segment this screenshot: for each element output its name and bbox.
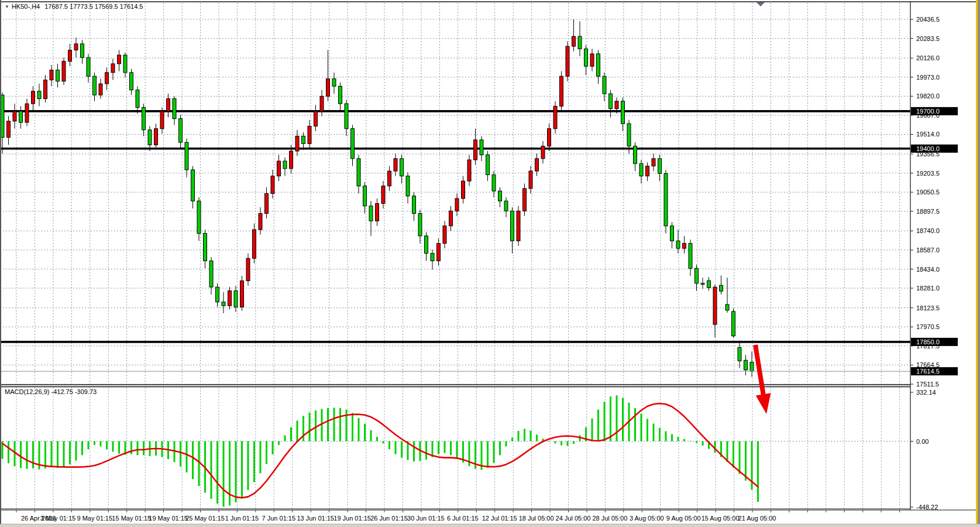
price-axis-label: 18434.0 — [916, 266, 940, 273]
candlestick — [381, 186, 385, 204]
macd-name-label: MACD(12,26,9) — [5, 388, 49, 395]
time-axis-label[interactable]: 12 Jul 01:15 — [482, 515, 517, 522]
time-axis-label[interactable]: 3 Aug 05:00 — [630, 515, 664, 522]
candlestick — [167, 99, 170, 111]
time-axis-label[interactable]: 25 May 01:15 — [185, 515, 225, 522]
candlestick — [87, 57, 90, 76]
time-axis-label[interactable]: 9 May 01:15 — [77, 515, 113, 522]
candlestick — [713, 287, 717, 324]
candlestick — [584, 49, 588, 66]
candlestick — [376, 203, 379, 221]
candlestick — [160, 111, 164, 129]
candlestick — [615, 101, 618, 109]
candlestick — [314, 111, 318, 126]
candlestick — [369, 206, 373, 221]
candlestick — [136, 90, 139, 108]
time-axis-label[interactable]: 15 Aug 05:00 — [702, 515, 740, 522]
candlestick — [240, 281, 244, 307]
time-axis-label[interactable]: 30 Jun 01:15 — [407, 515, 445, 522]
candlestick — [425, 236, 428, 254]
price-axis-label: 20436.5 — [916, 16, 940, 23]
candlestick — [535, 159, 539, 171]
candlestick — [363, 186, 367, 206]
candlestick — [222, 302, 225, 306]
candlestick — [664, 173, 668, 225]
candlestick — [332, 78, 336, 86]
time-axis-label[interactable]: 21 Aug 05:00 — [738, 515, 776, 522]
time-axis-label[interactable]: 19 Jun 01:15 — [333, 515, 371, 522]
candlestick — [449, 211, 453, 226]
level-price-label: 19400.0 — [916, 145, 940, 152]
symbol-dropdown-icon[interactable]: ▼ — [5, 4, 9, 9]
candlestick — [498, 191, 502, 201]
time-axis-label[interactable]: 15 May 01:15 — [112, 515, 151, 522]
price-axis-label: 19203.5 — [916, 170, 940, 177]
candlestick — [707, 280, 711, 288]
candlestick — [720, 285, 723, 291]
time-axis-label[interactable]: 9 Aug 05:00 — [666, 515, 701, 522]
candlestick — [388, 171, 391, 186]
price-axis-label: 19514.0 — [916, 131, 940, 138]
candlestick — [455, 199, 459, 211]
window-bottom-strip — [0, 524, 980, 527]
candlestick — [695, 268, 699, 283]
candlestick — [68, 50, 72, 61]
candlestick — [345, 104, 348, 129]
candlestick — [148, 130, 152, 145]
accent-strip — [976, 0, 978, 527]
candlestick — [173, 99, 176, 119]
time-axis-label[interactable]: 19 May 01:15 — [149, 515, 188, 522]
chart-background — [0, 0, 980, 527]
candlestick — [511, 211, 514, 241]
candlestick — [652, 159, 655, 166]
candlestick — [431, 254, 434, 261]
candlestick — [191, 170, 195, 201]
price-axis-label: 19820.0 — [916, 93, 940, 100]
candlestick — [339, 86, 342, 104]
time-axis-label[interactable]: 24 Jul 05:00 — [556, 515, 591, 522]
price-axis-label: 18740.0 — [916, 227, 940, 234]
candlestick — [154, 129, 158, 145]
candlestick — [412, 196, 416, 214]
price-chart-canvas[interactable]: 20436.520283.520126.019973.019820.019667… — [0, 0, 980, 527]
macd-axis-label: 332.14 — [916, 389, 936, 396]
candlestick — [228, 291, 232, 306]
time-axis-label[interactable]: 18 Jul 05:00 — [519, 515, 554, 522]
candlestick — [19, 111, 23, 122]
candlestick — [308, 126, 311, 143]
time-axis-label[interactable]: 6 Jul 01:15 — [447, 515, 479, 522]
time-axis-label[interactable]: 28 Jul 05:00 — [592, 515, 627, 522]
price-axis-label: 17970.5 — [916, 323, 940, 330]
price-axis-label: 17511.5 — [916, 381, 939, 388]
price-axis-label: 19973.0 — [916, 74, 940, 81]
candlestick — [621, 101, 625, 124]
time-axis-label[interactable]: 13 Jun 01:15 — [297, 515, 334, 522]
time-axis-label[interactable]: 1 Jun 01:15 — [225, 515, 259, 522]
candlestick — [185, 142, 188, 170]
candlestick — [658, 159, 662, 174]
candlestick — [725, 304, 729, 310]
candlestick — [603, 76, 606, 94]
candlestick — [676, 241, 680, 248]
candlestick — [7, 121, 11, 138]
candlestick — [37, 91, 41, 99]
candlestick — [179, 119, 183, 142]
price-axis-label: 19050.5 — [916, 189, 940, 196]
time-axis-label[interactable]: 3 May 01:15 — [40, 515, 76, 522]
candlestick — [418, 214, 422, 236]
ohlc-readout: 17687.5 17773.5 17569.5 17614.5 — [44, 3, 143, 10]
candlestick — [400, 159, 404, 176]
window-left-border — [0, 0, 1, 527]
level-price-label: 19700.0 — [916, 108, 940, 115]
candlestick — [553, 106, 557, 128]
candlestick — [394, 159, 397, 171]
time-axis-label[interactable]: 7 Jun 01:15 — [262, 515, 296, 522]
macd-indicator-label: MACD(12,26,9) -412.75 -309.73 — [5, 388, 97, 395]
time-axis-label[interactable]: 26 Jun 01:15 — [370, 515, 408, 522]
candlestick — [209, 261, 213, 287]
price-axis-label: 20283.5 — [916, 35, 940, 42]
candlestick — [265, 193, 269, 213]
candlestick — [74, 44, 78, 50]
candlestick — [13, 111, 16, 121]
candlestick — [683, 244, 686, 249]
